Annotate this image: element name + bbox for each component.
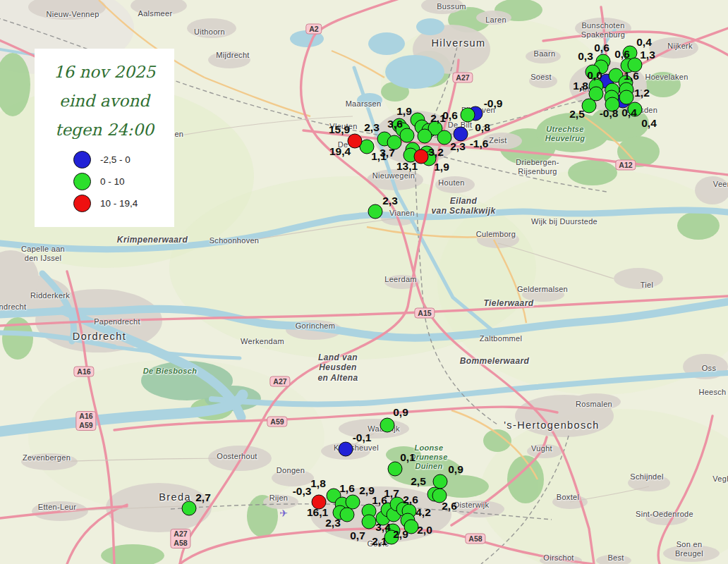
legend-item-label: -2,5 - 0	[100, 154, 131, 165]
legend-period: eind avond	[35, 87, 174, 116]
legend-date: 16 nov 2025	[35, 58, 174, 87]
legend-item-label: 0 - 10	[100, 176, 125, 187]
legend-swatch-icon	[73, 195, 91, 212]
legend-item: -2,5 - 0	[73, 151, 174, 168]
map-canvas[interactable]: Nieuw-VennepAalsmeerUithoornMijdrechtBus…	[0, 0, 728, 564]
legend-swatch-icon	[73, 173, 91, 190]
legend-item: 10 - 19,4	[73, 195, 174, 212]
legend-swatch-icon	[73, 151, 91, 168]
legend-item-label: 10 - 19,4	[100, 198, 138, 209]
legend-time: tegen 24:00	[35, 116, 174, 145]
legend-item: 0 - 10	[73, 173, 174, 190]
legend-items: -2,5 - 0 0 - 10 10 - 19,4	[35, 151, 174, 212]
legend-panel: 16 nov 2025 eind avond tegen 24:00 -2,5 …	[35, 49, 174, 227]
